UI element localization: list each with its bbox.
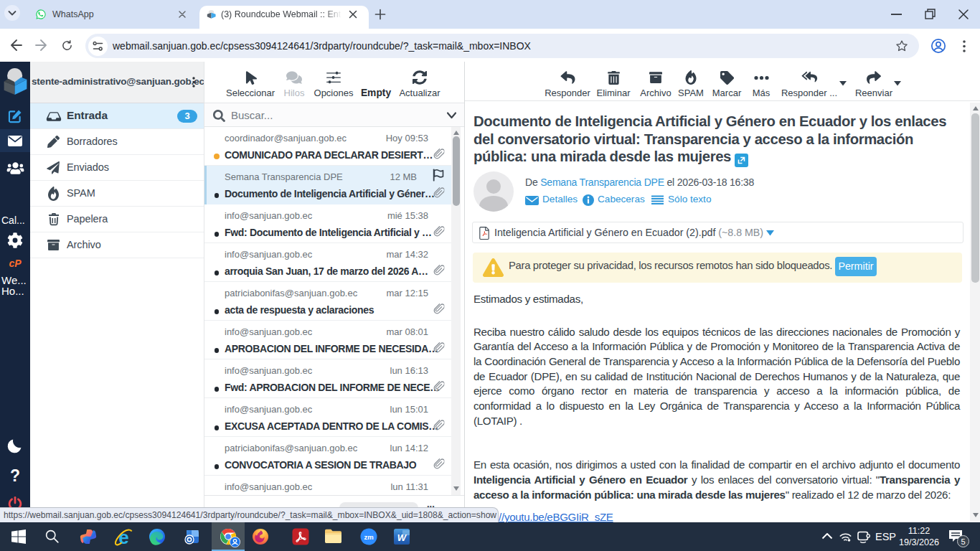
svg-text:zm: zm <box>364 533 373 541</box>
svg-text:W: W <box>397 532 407 543</box>
